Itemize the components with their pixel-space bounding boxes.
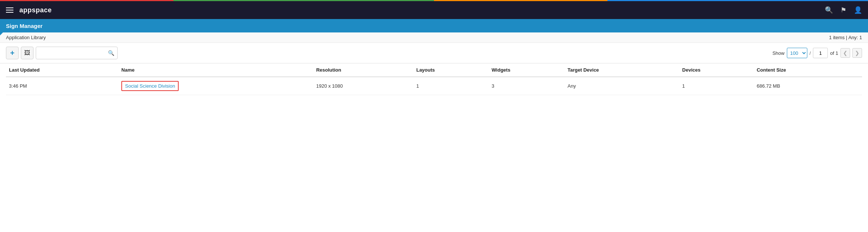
flag-nav-icon[interactable]: ⚑ bbox=[840, 6, 846, 14]
table-header: Last Updated Name Resolution Layouts Wid… bbox=[6, 63, 862, 77]
col-target-device: Target Device bbox=[565, 63, 679, 77]
table-area: Last Updated Name Resolution Layouts Wid… bbox=[0, 63, 868, 95]
toolbar: + 🖼 🔍 Show 100 50 25 / of 1 ❮ ❯ bbox=[0, 43, 868, 63]
items-info: 1 items | Any: 1 bbox=[829, 35, 862, 40]
col-content-size: Content Size bbox=[754, 63, 862, 77]
show-select[interactable]: 100 50 25 bbox=[787, 48, 807, 58]
col-name: Name bbox=[118, 63, 313, 77]
col-last-updated: Last Updated bbox=[6, 63, 118, 77]
cell-last-updated: 3:46 PM bbox=[6, 77, 118, 95]
cell-widgets: 3 bbox=[489, 77, 565, 95]
add-icon: + bbox=[10, 49, 15, 57]
col-devices: Devices bbox=[679, 63, 754, 77]
user-nav-icon[interactable]: 👤 bbox=[854, 6, 862, 14]
cell-target-device: Any bbox=[565, 77, 679, 95]
col-layouts: Layouts bbox=[413, 63, 488, 77]
pagination-area: Show 100 50 25 / of 1 ❮ ❯ bbox=[772, 48, 862, 58]
nav-left: appspace bbox=[6, 6, 52, 14]
table-row: 3:46 PM Social Science Division 1920 x 1… bbox=[6, 77, 862, 95]
search-box[interactable]: 🔍 bbox=[36, 47, 118, 59]
cell-devices: 1 bbox=[679, 77, 754, 95]
table-body: 3:46 PM Social Science Division 1920 x 1… bbox=[6, 77, 862, 95]
sub-header: Sign Manager bbox=[0, 19, 868, 32]
cell-resolution: 1920 x 1080 bbox=[313, 77, 413, 95]
search-icon: 🔍 bbox=[108, 50, 114, 56]
col-widgets: Widgets bbox=[489, 63, 565, 77]
page-divider: / bbox=[810, 50, 811, 56]
search-input[interactable] bbox=[39, 50, 108, 56]
cell-content-size: 686.72 MB bbox=[754, 77, 862, 95]
breadcrumb: Application Library bbox=[6, 35, 46, 40]
search-nav-icon[interactable]: 🔍 bbox=[825, 6, 833, 14]
cell-layouts: 1 bbox=[413, 77, 488, 95]
application-table: Last Updated Name Resolution Layouts Wid… bbox=[6, 63, 862, 95]
next-page-button[interactable]: ❯ bbox=[852, 48, 862, 58]
col-resolution: Resolution bbox=[313, 63, 413, 77]
upload-icon: 🖼 bbox=[24, 50, 30, 56]
cell-name: Social Science Division bbox=[118, 77, 313, 95]
upload-button[interactable]: 🖼 bbox=[21, 47, 33, 59]
page-input[interactable] bbox=[813, 48, 828, 58]
show-label: Show bbox=[772, 50, 785, 56]
top-nav: appspace 🔍 ⚑ 👤 bbox=[0, 1, 868, 19]
of-label: of 1 bbox=[830, 50, 838, 56]
app-name-link[interactable]: Social Science Division bbox=[121, 81, 179, 91]
add-button[interactable]: + bbox=[6, 47, 19, 59]
status-bar: Application Library 1 items | Any: 1 bbox=[0, 32, 868, 43]
sub-header-title: Sign Manager bbox=[6, 23, 42, 29]
prev-page-button[interactable]: ❮ bbox=[840, 48, 850, 58]
app-logo: appspace bbox=[19, 6, 52, 14]
nav-right: 🔍 ⚑ 👤 bbox=[825, 6, 862, 14]
hamburger-menu[interactable] bbox=[6, 7, 13, 13]
